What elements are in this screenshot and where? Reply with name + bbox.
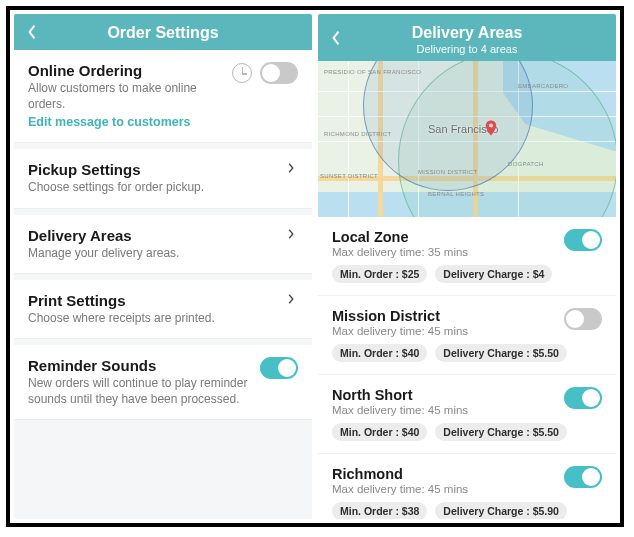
settings-row: Online OrderingAllow customers to make o… [14, 50, 312, 143]
screenshot-pair: Order Settings Online OrderingAllow cust… [6, 6, 624, 527]
order-settings-screen: Order Settings Online OrderingAllow cust… [14, 14, 312, 519]
delivery-area-item[interactable]: RichmondMax delivery time: 45 minsMin. O… [318, 454, 616, 519]
row-description: Allow customers to make online orders. [28, 80, 224, 112]
toggle[interactable] [260, 62, 298, 84]
row-description: Choose where receipts are printed. [28, 310, 276, 326]
edit-message-link[interactable]: Edit message to customers [28, 115, 191, 129]
delivery-areas-screen: Delivery Areas Delivering to 4 areas San… [318, 14, 616, 519]
map-neighborhood-label: MISSION DISTRICT [418, 169, 477, 175]
area-toggle[interactable] [564, 308, 602, 330]
area-toggle[interactable] [564, 229, 602, 251]
back-button[interactable] [22, 22, 42, 42]
area-subtitle: Max delivery time: 45 mins [332, 404, 556, 416]
toggle[interactable] [260, 357, 298, 379]
map-pin-icon [482, 119, 500, 137]
area-name: Richmond [332, 466, 556, 482]
page-title: Delivery Areas [328, 24, 606, 42]
area-subtitle: Max delivery time: 45 mins [332, 483, 556, 495]
delivery-charge-chip: Delivery Charge : $5.50 [435, 423, 567, 441]
header: Delivery Areas Delivering to 4 areas [318, 14, 616, 61]
chevron-left-icon [27, 24, 37, 40]
min-order-chip: Min. Order : $40 [332, 344, 427, 362]
map-neighborhood-label: BERNAL HEIGHTS [428, 191, 484, 197]
row-description: Manage your delivery areas. [28, 245, 276, 261]
delivery-area-item[interactable]: Mission DistrictMax delivery time: 45 mi… [318, 296, 616, 375]
area-subtitle: Max delivery time: 45 mins [332, 325, 556, 337]
row-description: Choose settings for order pickup. [28, 179, 276, 195]
delivery-areas-list: Local ZoneMax delivery time: 35 minsMin.… [318, 217, 616, 519]
row-description: New orders will continue to play reminde… [28, 375, 252, 407]
area-name: Local Zone [332, 229, 556, 245]
area-subtitle: Max delivery time: 35 mins [332, 246, 556, 258]
row-title: Pickup Settings [28, 161, 276, 178]
row-title: Delivery Areas [28, 227, 276, 244]
delivery-charge-chip: Delivery Charge : $5.90 [435, 502, 567, 519]
delivery-charge-chip: Delivery Charge : $5.50 [435, 344, 567, 362]
min-order-chip: Min. Order : $40 [332, 423, 427, 441]
map-neighborhood-label: RICHMOND DISTRICT [324, 131, 391, 137]
page-subtitle: Delivering to 4 areas [328, 43, 606, 55]
min-order-chip: Min. Order : $25 [332, 265, 427, 283]
delivery-area-item[interactable]: North ShortMax delivery time: 45 minsMin… [318, 375, 616, 454]
settings-row: Reminder SoundsNew orders will continue … [14, 345, 312, 420]
chevron-right-icon [284, 227, 298, 241]
area-toggle[interactable] [564, 387, 602, 409]
chevron-right-icon [284, 161, 298, 175]
settings-row[interactable]: Print SettingsChoose where receipts are … [14, 280, 312, 339]
settings-list: Online OrderingAllow customers to make o… [14, 50, 312, 519]
area-name: North Short [332, 387, 556, 403]
map[interactable]: San Francisco PRESIDIO OF SAN FRANCISCO … [318, 61, 616, 217]
row-title: Online Ordering [28, 62, 224, 79]
page-title: Order Settings [24, 24, 302, 42]
row-title: Print Settings [28, 292, 276, 309]
map-neighborhood-label: SUNSET DISTRICT [320, 173, 378, 179]
map-neighborhood-label: DOGPATCH [508, 161, 544, 167]
header: Order Settings [14, 14, 312, 50]
row-title: Reminder Sounds [28, 357, 252, 374]
settings-row[interactable]: Pickup SettingsChoose settings for order… [14, 149, 312, 208]
min-order-chip: Min. Order : $38 [332, 502, 427, 519]
map-neighborhood-label: PRESIDIO OF SAN FRANCISCO [324, 69, 421, 75]
area-name: Mission District [332, 308, 556, 324]
clock-icon[interactable] [232, 63, 252, 83]
delivery-charge-chip: Delivery Charge : $4 [435, 265, 552, 283]
content: San Francisco PRESIDIO OF SAN FRANCISCO … [318, 61, 616, 519]
chevron-right-icon [284, 292, 298, 306]
delivery-area-item[interactable]: Local ZoneMax delivery time: 35 minsMin.… [318, 217, 616, 296]
area-toggle[interactable] [564, 466, 602, 488]
settings-row[interactable]: Delivery AreasManage your delivery areas… [14, 215, 312, 274]
map-neighborhood-label: EMBARCADERO [518, 83, 568, 89]
